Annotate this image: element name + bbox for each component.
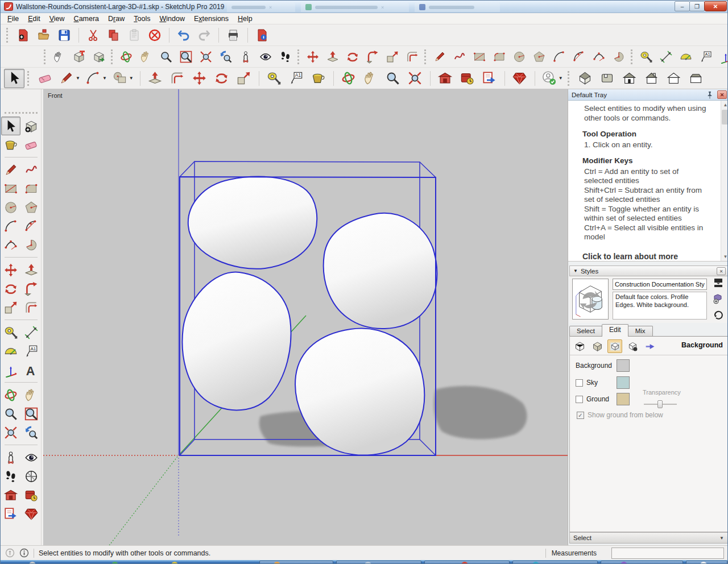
face-settings-button[interactable] <box>590 339 605 353</box>
transparency-slider[interactable] <box>644 400 677 408</box>
scale-button[interactable] <box>383 48 402 65</box>
move-button[interactable] <box>189 69 210 88</box>
zoom-extents-button[interactable] <box>197 48 215 65</box>
taskbar-app-icon[interactable] <box>171 562 178 564</box>
extension-warehouse-button[interactable] <box>22 486 41 504</box>
view-left-button[interactable] <box>686 69 706 88</box>
pie-button[interactable] <box>610 48 628 65</box>
zoom-button[interactable] <box>383 69 403 88</box>
rectangle-button[interactable] <box>470 48 489 65</box>
pan-button[interactable] <box>137 48 155 65</box>
protractor-button[interactable] <box>677 48 695 65</box>
make-component-button[interactable] <box>22 117 41 135</box>
toolbar-drag-handle[interactable] <box>297 49 299 64</box>
toolbar-drag-handle[interactable] <box>27 71 30 86</box>
modeling-settings-button[interactable] <box>643 339 657 353</box>
minimize-button[interactable]: – <box>675 1 690 11</box>
taskbar-app-icon[interactable] <box>111 562 118 564</box>
rotate-button[interactable] <box>344 48 362 65</box>
zoom-extents-button[interactable] <box>405 69 425 88</box>
ground-color-swatch[interactable] <box>617 393 630 405</box>
zoom-window-button[interactable] <box>22 404 41 423</box>
zoom-button[interactable] <box>157 48 175 65</box>
3point-arc-button[interactable] <box>590 48 608 65</box>
arc-button[interactable]: ▼ <box>84 69 109 88</box>
text-button[interactable]: A1 <box>286 69 307 88</box>
style-thumbnail[interactable] <box>572 279 609 320</box>
dropdown-arrow-icon[interactable]: ▼ <box>102 76 107 81</box>
undo-button[interactable] <box>175 27 193 44</box>
background-color-swatch[interactable] <box>617 359 630 372</box>
walk-button[interactable] <box>276 48 295 65</box>
look-around-button[interactable] <box>257 48 275 65</box>
windows-taskbar[interactable] <box>1 560 728 564</box>
tray-header[interactable]: Default Tray ✕ <box>568 89 728 101</box>
view-top-button[interactable] <box>597 69 618 88</box>
component-swap-button[interactable] <box>90 48 108 65</box>
position-camera-button[interactable] <box>237 48 255 65</box>
offset-button[interactable] <box>167 69 188 88</box>
circle-button[interactable] <box>510 48 528 65</box>
measurements-input[interactable] <box>611 548 724 559</box>
maximize-button[interactable]: ❐ <box>689 1 705 11</box>
tape-measure-button[interactable] <box>1 323 20 342</box>
3point-arc-button[interactable] <box>1 235 20 254</box>
taskbar-app-icon[interactable] <box>29 562 36 564</box>
save-button[interactable] <box>55 27 73 44</box>
taskbar-button[interactable] <box>259 561 333 564</box>
offset-button[interactable] <box>403 48 421 65</box>
extension-manager-button[interactable] <box>510 69 530 88</box>
orbit-button[interactable] <box>117 48 135 65</box>
zoom-button[interactable] <box>1 404 20 423</box>
create-style-icon[interactable] <box>712 293 725 306</box>
follow-me-button[interactable] <box>363 48 382 65</box>
eraser-button[interactable] <box>35 69 55 88</box>
push-pull-button[interactable] <box>145 69 166 88</box>
select-hand-button[interactable] <box>50 48 68 65</box>
3d-warehouse-button[interactable] <box>435 69 456 88</box>
dimension-button[interactable] <box>657 48 675 65</box>
polygon-button[interactable] <box>530 48 548 65</box>
freehand-button[interactable] <box>450 48 469 65</box>
offset-button[interactable] <box>22 298 41 317</box>
menu-draw[interactable]: Draw <box>104 14 129 23</box>
3d-warehouse-button[interactable] <box>1 486 20 504</box>
paint-button[interactable] <box>308 69 329 88</box>
stone-top-left[interactable] <box>188 177 317 269</box>
line-button[interactable] <box>1 160 20 179</box>
zoom-window-button[interactable] <box>177 48 195 65</box>
new-button[interactable] <box>14 27 32 44</box>
push-pull-button[interactable] <box>22 260 41 279</box>
component-options-button[interactable] <box>70 48 88 65</box>
pan-button[interactable] <box>22 385 41 404</box>
select-button[interactable] <box>1 117 20 135</box>
styles-close-icon[interactable]: ✕ <box>717 267 726 275</box>
move-button[interactable] <box>1 260 20 279</box>
extension-manager-button[interactable] <box>22 504 41 523</box>
instructor-scrollbar[interactable]: ▲ ▼ <box>721 101 728 261</box>
2point-arc-button[interactable] <box>570 48 588 65</box>
tape-measure-button[interactable] <box>264 69 284 88</box>
text-button[interactable]: A1 <box>697 48 715 65</box>
follow-me-button[interactable] <box>22 279 41 298</box>
paint-button[interactable] <box>1 135 20 154</box>
select-button[interactable] <box>4 69 24 88</box>
view-front-button[interactable] <box>619 69 640 88</box>
taskbar-button[interactable] <box>601 561 683 564</box>
stone-left[interactable] <box>183 272 291 410</box>
toolbar-drag-handle[interactable] <box>424 49 426 64</box>
axes-button[interactable] <box>1 360 20 379</box>
extension-warehouse-button[interactable] <box>457 69 478 88</box>
show-ground-checkbox[interactable]: ✓ <box>577 412 584 419</box>
menu-tools[interactable]: Tools <box>129 14 155 23</box>
background-settings-button[interactable] <box>607 339 622 353</box>
circle-button[interactable] <box>1 198 20 217</box>
close-button[interactable]: ✕ <box>704 1 727 11</box>
scale-button[interactable] <box>1 298 20 317</box>
tape-measure-button[interactable] <box>637 48 655 65</box>
push-pull-button[interactable] <box>324 48 342 65</box>
zoom-previous-button[interactable] <box>217 48 235 65</box>
slider-thumb[interactable] <box>657 400 663 408</box>
walk-button[interactable] <box>1 467 20 486</box>
scroll-up-icon[interactable]: ▲ <box>721 101 728 109</box>
